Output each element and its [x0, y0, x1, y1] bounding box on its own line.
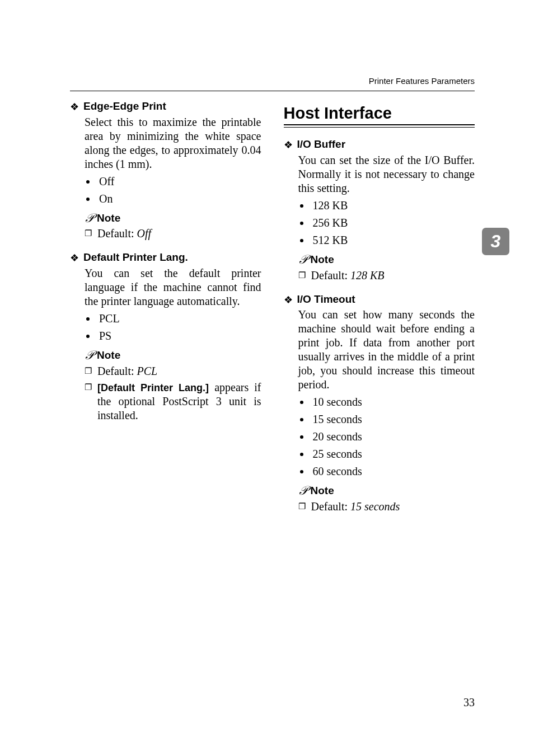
note-label: Note [97, 349, 120, 362]
list-item: 10 seconds [311, 395, 475, 409]
section-heading: Host Interface [284, 103, 475, 123]
right-column: Host Interface ❖ I/O Buffer You can set … [284, 100, 475, 524]
note-icon: 𝒫 [298, 483, 307, 499]
heading-rule-thin [284, 127, 475, 128]
feature-heading: ❖ I/O Buffer [284, 138, 475, 151]
note-text: [Default Printer Lang.] appears if the o… [97, 381, 261, 422]
diamond-icon: ❖ [70, 252, 79, 264]
note-label: Note [97, 212, 120, 225]
feature-description: Select this to maximize the printable ar… [85, 115, 261, 171]
note-item: ❐ Default: 15 seconds [298, 500, 475, 514]
feature-heading: ❖ Default Printer Lang. [70, 251, 261, 264]
feature-title: Edge-Edge Print [83, 100, 166, 113]
note-list: ❐ Default: 128 KB [298, 269, 475, 283]
list-item: 256 KB [311, 216, 475, 230]
feature-block: ❖ I/O Timeout You can set how many secon… [284, 293, 475, 514]
checkbox-icon: ❐ [298, 500, 306, 513]
feature-heading: ❖ Edge-Edge Print [70, 100, 261, 113]
list-item: 20 seconds [311, 430, 475, 444]
feature-description: You can set the default printer language… [85, 266, 261, 308]
note-list: ❐ Default: 15 seconds [298, 500, 475, 514]
feature-title: I/O Buffer [297, 138, 346, 151]
left-column: ❖ Edge-Edge Print Select this to maximiz… [70, 100, 261, 524]
note-icon: 𝒫 [298, 252, 307, 267]
note-text: Default: 15 seconds [311, 500, 475, 514]
feature-block: ❖ Default Printer Lang. You can set the … [70, 251, 261, 422]
list-item: Off [97, 175, 261, 189]
note-item: ❐ Default: PCL [85, 364, 261, 378]
checkbox-icon: ❐ [298, 269, 306, 282]
heading-rule-thick [284, 124, 475, 125]
note-item: ❐ [Default Printer Lang.] appears if the… [85, 381, 261, 422]
feature-block: ❖ I/O Buffer You can set the size of the… [284, 138, 475, 282]
note-item: ❐ Default: 128 KB [298, 269, 475, 283]
chapter-tab: 3 [482, 228, 509, 255]
note-text: Default: 128 KB [311, 269, 475, 283]
list-item: 60 seconds [311, 464, 475, 478]
note-list: ❐ Default: Off [85, 227, 261, 241]
note-heading: 𝒫 Note [298, 483, 475, 499]
feature-description: You can set the size of the I/O Buffer. … [298, 153, 475, 195]
feature-block: ❖ Edge-Edge Print Select this to maximiz… [70, 100, 261, 241]
diamond-icon: ❖ [70, 101, 79, 113]
option-list: 10 seconds 15 seconds 20 seconds 25 seco… [311, 395, 475, 478]
note-label: Note [311, 484, 334, 497]
option-list: Off On [97, 175, 261, 206]
columns: ❖ Edge-Edge Print Select this to maximiz… [70, 100, 475, 524]
list-item: 512 KB [311, 233, 475, 247]
list-item: 15 seconds [311, 412, 475, 426]
note-text: Default: Off [97, 227, 261, 241]
note-icon: 𝒫 [85, 348, 93, 363]
option-list: 128 KB 256 KB 512 KB [311, 199, 475, 247]
list-item: 25 seconds [311, 447, 475, 461]
page-number: 33 [463, 696, 475, 709]
feature-description: You can set how many seconds the machine… [298, 308, 475, 392]
feature-heading: ❖ I/O Timeout [284, 293, 475, 306]
note-item: ❐ Default: Off [85, 227, 261, 241]
list-item: On [97, 192, 261, 206]
note-list: ❐ Default: PCL ❐ [Default Printer Lang.]… [85, 364, 261, 422]
list-item: PCL [97, 312, 261, 326]
note-icon: 𝒫 [85, 210, 93, 226]
note-heading: 𝒫 Note [298, 252, 475, 267]
checkbox-icon: ❐ [85, 364, 92, 378]
note-heading: 𝒫 Note [85, 210, 261, 226]
note-heading: 𝒫 Note [85, 348, 261, 363]
note-text: Default: PCL [97, 364, 261, 378]
list-item: PS [97, 329, 261, 343]
diamond-icon: ❖ [284, 139, 293, 151]
feature-title: I/O Timeout [297, 293, 355, 306]
header-rule [70, 91, 475, 91]
checkbox-icon: ❐ [85, 381, 92, 394]
feature-title: Default Printer Lang. [83, 251, 188, 264]
checkbox-icon: ❐ [85, 227, 92, 240]
diamond-icon: ❖ [284, 294, 293, 306]
note-label: Note [311, 253, 334, 266]
option-list: PCL PS [97, 312, 261, 343]
page: Printer Features Parameters 3 ❖ Edge-Edg… [0, 0, 534, 756]
running-header: Printer Features Parameters [369, 76, 475, 86]
list-item: 128 KB [311, 199, 475, 213]
